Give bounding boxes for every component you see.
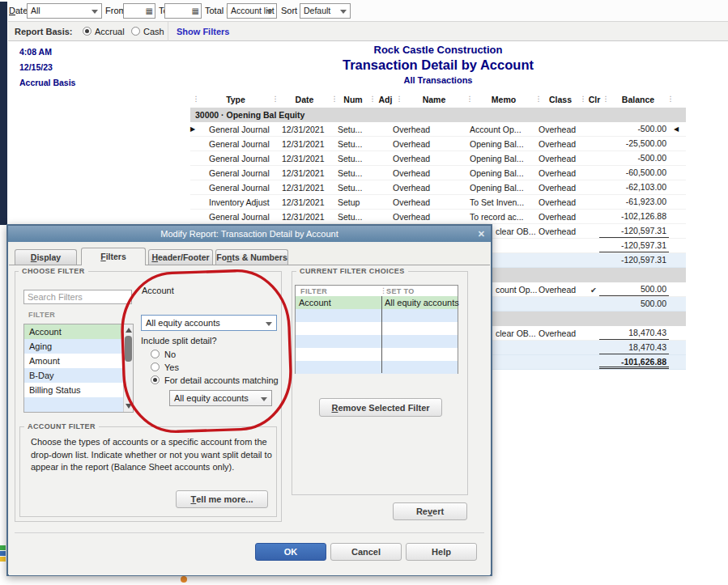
- sort-by-dropdown[interactable]: Default: [300, 3, 351, 19]
- cash-radio[interactable]: [131, 27, 140, 36]
- radio-icon[interactable]: [151, 350, 160, 358]
- tab-fonts-numbers[interactable]: Fonts & Numbers: [215, 249, 288, 265]
- tab-filters[interactable]: Filters: [81, 248, 146, 265]
- filter-list-item-account[interactable]: Account: [24, 324, 133, 339]
- filter-list-item-billing-status[interactable]: Billing Status: [24, 383, 133, 397]
- accrual-radio[interactable]: [83, 27, 92, 36]
- account-group-header[interactable]: 30000 · Opening Bal Equity: [190, 108, 686, 122]
- report-title: Transaction Detail by Account: [190, 57, 686, 73]
- total-by-dropdown[interactable]: Account list: [227, 3, 277, 19]
- cell-class: Overhead: [539, 154, 576, 163]
- col-filter-label: FILTER: [300, 287, 327, 295]
- table-row[interactable]: Inventory Adjust12/31/2021SetupOverheadT…: [190, 195, 686, 210]
- cell-date: 12/31/2021: [282, 139, 325, 149]
- chevron-down-icon: [340, 10, 347, 14]
- cell-balance: -102,126.88: [599, 210, 669, 223]
- filter-list-item-aging[interactable]: Aging: [24, 339, 133, 354]
- column-header-num[interactable]: Num: [343, 95, 362, 104]
- cell-balance: -500.00: [599, 151, 669, 165]
- ok-button[interactable]: OK: [255, 543, 326, 561]
- column-header-type[interactable]: Type: [226, 95, 245, 104]
- tab-display[interactable]: Display: [15, 249, 77, 265]
- account-panel-label: Account: [142, 286, 174, 295]
- filter-choices-body: AccountAll equity accounts: [296, 296, 458, 374]
- column-header-balance[interactable]: Balance: [622, 95, 654, 104]
- cash-radio-label[interactable]: Cash: [143, 27, 164, 36]
- column-header-date[interactable]: Date: [296, 95, 314, 104]
- app-window: Dates All From ▦ To ▦ Total By Account l…: [0, 0, 728, 585]
- cell-type: Inventory Adjust: [209, 197, 270, 207]
- filter-list-item-b-day[interactable]: B-Day: [24, 368, 133, 383]
- column-separator: ⋮: [667, 95, 675, 103]
- remove-selected-filter-button[interactable]: Remove Selected Filter: [319, 398, 442, 417]
- window-left-border: [0, 2, 7, 225]
- report-toolbar: Dates All From ▦ To ▦ Total By Account l…: [8, 0, 728, 22]
- sort-by-value: Default: [304, 6, 330, 15]
- filter-list-item-amount[interactable]: Amount: [24, 354, 133, 368]
- matching-accounts-dropdown[interactable]: All equity accounts: [169, 390, 272, 406]
- dates-value: All: [31, 6, 40, 15]
- column-header-clr[interactable]: Clr: [589, 95, 601, 104]
- table-row[interactable]: General Journal12/31/2021Setu...Overhead…: [190, 137, 686, 151]
- filter-choice-empty-row: [296, 361, 458, 374]
- account-filter-dropdown[interactable]: All equity accounts: [141, 315, 277, 331]
- calendar-icon[interactable]: ▦: [192, 6, 199, 15]
- tell-me-more-button[interactable]: Tell me more...: [176, 490, 268, 508]
- cell-type: General Journal: [209, 125, 270, 134]
- report-time: 4:08 AM: [19, 47, 52, 57]
- company-name: Rock Castle Construction: [190, 44, 686, 56]
- filter-choice-row[interactable]: AccountAll equity accounts: [296, 296, 458, 309]
- scrollbar[interactable]: [123, 324, 133, 412]
- help-button[interactable]: Help: [406, 543, 477, 561]
- cell-memo: Account Op...: [470, 125, 522, 134]
- to-date-input[interactable]: ▦: [164, 3, 202, 19]
- chevron-down-icon: [92, 10, 98, 14]
- scroll-down-icon[interactable]: [126, 404, 132, 409]
- choice-filter-name: Account: [299, 296, 331, 309]
- tab-header-footer[interactable]: Header/Footer: [148, 249, 213, 265]
- column-header-class[interactable]: Class: [549, 95, 572, 104]
- table-row[interactable]: ▶General Journal12/31/2021Setu...Overhea…: [190, 122, 686, 137]
- column-header-memo[interactable]: Memo: [492, 95, 516, 104]
- column-header-adj[interactable]: Adj: [379, 95, 393, 104]
- cell-num: Setup: [338, 197, 360, 207]
- cell-balance: -500.00: [599, 122, 669, 136]
- search-filters-input[interactable]: [23, 290, 132, 304]
- filter-list-label: FILTER: [28, 311, 55, 319]
- chevron-down-icon: [261, 397, 267, 401]
- scroll-up-icon[interactable]: [126, 328, 132, 333]
- revert-button[interactable]: Revert: [393, 502, 467, 520]
- from-date-input[interactable]: ▦: [123, 3, 155, 19]
- desktop-icon-fragment: [0, 551, 6, 556]
- current-filter-choices-label: CURRENT FILTER CHOICES: [296, 267, 408, 275]
- report-basis-label: Report Basis:: [15, 27, 73, 36]
- dates-dropdown[interactable]: All: [27, 3, 102, 19]
- table-row[interactable]: General Journal12/31/2021Setu...Overhead…: [190, 151, 686, 166]
- cell-num: Setu...: [338, 212, 362, 222]
- show-filters-link[interactable]: Show Filters: [177, 27, 229, 36]
- scrollbar-thumb[interactable]: [125, 336, 132, 362]
- cell-date: 12/31/2021: [282, 183, 325, 193]
- column-separator: ⋮: [272, 95, 279, 103]
- modify-report-dialog: Modify Report: Transaction Detail by Acc…: [6, 224, 492, 576]
- cell-name: Overhead: [393, 154, 430, 163]
- close-icon[interactable]: ✕: [478, 228, 485, 240]
- cell-class: Overhead: [539, 285, 576, 295]
- desktop-icon-fragment: [0, 545, 6, 550]
- column-separator: ⋮: [466, 95, 474, 103]
- group-header-label: 30000 · Opening Bal Equity: [195, 110, 304, 120]
- table-row[interactable]: General Journal12/31/2021Setu...Overhead…: [190, 210, 686, 224]
- cell-balance: -61,923.00: [599, 195, 669, 209]
- cell-balance: 500.00: [599, 297, 669, 311]
- radio-icon[interactable]: [151, 375, 160, 384]
- radio-icon[interactable]: [151, 362, 160, 371]
- table-row[interactable]: General Journal12/31/2021Setu...Overhead…: [190, 166, 686, 180]
- table-row[interactable]: General Journal12/31/2021Setu...Overhead…: [190, 180, 686, 195]
- calendar-icon[interactable]: ▦: [146, 6, 153, 15]
- cell-balance: -120,597.31: [599, 253, 669, 267]
- column-header-name[interactable]: Name: [423, 95, 446, 104]
- cell-class: Overhead: [539, 168, 576, 178]
- accrual-radio-label[interactable]: Accrual: [95, 27, 125, 36]
- cancel-button[interactable]: Cancel: [330, 543, 402, 561]
- cell-balance: 18,470.43: [599, 341, 669, 354]
